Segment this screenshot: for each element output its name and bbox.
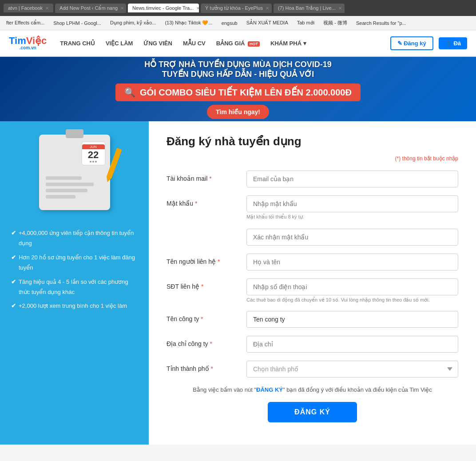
contact-name-field-wrap [246, 254, 458, 270]
main-content: JUN 22 [0, 121, 476, 445]
tab-3-close[interactable]: ✕ [196, 6, 199, 11]
address-row: Địa chỉ công ty * [167, 336, 458, 353]
address-label: Địa chỉ công ty * [167, 336, 238, 347]
tab-4[interactable]: Ý tưởng từ khóa - EyePlus ✕ [201, 4, 272, 13]
company-name-input[interactable] [246, 311, 458, 328]
features-list: ✔ +4,000,000 ứng viên tiếp cận thông tin… [11, 228, 138, 315]
feature-4: ✔ +2,000 lượt xem trung bình cho 1 việc … [11, 301, 138, 311]
phone-hint: Các thuê bao di động đã chuyển về 10 số.… [246, 297, 458, 303]
password-field-wrap: Mật khẩu tối thiểu 8 ký tự. [246, 195, 458, 246]
feature-2: ✔ Hơn 20 hồ sơ ứng tuyển cho 1 việc làm … [11, 252, 138, 273]
checkmark-4: ✔ [11, 301, 16, 311]
logo-text: TimViệc [9, 35, 47, 46]
bookmark-1[interactable]: fter Effects cẩm... [4, 19, 47, 27]
bookmark-3[interactable]: Dụng phim, kỹ xảo... [107, 19, 159, 27]
contact-name-input[interactable] [246, 254, 458, 270]
feature-1: ✔ +4,000,000 ứng viên tiếp cận thông tin… [11, 228, 138, 249]
bookmark-4[interactable]: (13) Nhạc Tiktok 🧡... [162, 19, 215, 27]
tab-2[interactable]: Add New Post ‹ Cẩm nang ✕ [55, 4, 126, 13]
password-input[interactable] [246, 195, 458, 212]
nav-pricing[interactable]: BẢNG GIÁ HOT [216, 40, 260, 47]
promo-banner: HỖ TRỢ NHÀ TUYỂN DỤNG MÙA DỊCH COVID-19 … [0, 57, 476, 121]
password-required: * [195, 200, 197, 207]
address-field-wrap [246, 336, 458, 353]
register-icon: ✎ [397, 40, 402, 47]
phone-row: SĐT liên hệ * Các thuê bao di động đã ch… [167, 278, 458, 303]
password-label: Mật khẩu * [167, 195, 238, 207]
tab-3[interactable]: News.timviec - Google Tra... ✕ [128, 4, 199, 12]
checkmark-2: ✔ [11, 252, 16, 273]
nav-candidates[interactable]: ỨNG VIÊN [143, 40, 172, 47]
tab-1-label: atvn | Facebook [8, 5, 43, 11]
company-required: * [201, 315, 203, 322]
banner-cta: Tìm hiểu ngay! [115, 105, 361, 119]
contact-required: * [218, 258, 220, 265]
email-row: Tài khoản mail * [167, 171, 458, 187]
calendar-icon: JUN 22 [81, 141, 106, 166]
city-row: Tỉnh thành phố * Chọn thành phố Hà Nội H… [167, 361, 458, 378]
banner-offer: 🔍 GÓI COMBO SIÊU TIẾT KIỆM LÊN ĐẾN 2.000… [115, 83, 361, 101]
bookmark-6[interactable]: SẢN XUẤT MEDIA [244, 19, 291, 27]
required-note-text: thông tin bắt buộc nhập [402, 155, 458, 162]
required-star-note: (*) [395, 155, 401, 162]
nav-home[interactable]: TRANG CHỦ [60, 40, 95, 47]
tab-2-close[interactable]: ✕ [120, 6, 124, 11]
bookmark-7[interactable]: Tab mới [294, 19, 317, 27]
password-row: Mật khẩu * Mật khẩu tối thiểu 8 ký tự. [167, 195, 458, 246]
contact-name-label: Tên người liên hệ * [167, 254, 238, 265]
bookmark-9[interactable]: Search Results for "p... [353, 20, 409, 27]
left-panel: JUN 22 [0, 121, 149, 445]
email-field-wrap [246, 171, 458, 187]
phone-label: SĐT liên hệ * [167, 278, 238, 290]
banner-title-1: HỖ TRỢ NHÀ TUYỂN DỤNG MÙA DỊCH COVID-19 [115, 60, 361, 69]
email-label: Tài khoản mail * [167, 171, 238, 182]
form-title: Đăng ký nhà tuyển dụng [167, 135, 458, 148]
city-field-wrap: Chọn thành phố Hà Nội Hồ Chí Minh Đà Nẵn… [246, 361, 458, 378]
company-name-row: Tên công ty * [167, 311, 458, 328]
city-select[interactable]: Chọn thành phố Hà Nội Hồ Chí Minh Đà Nẵn… [246, 361, 458, 378]
banner-cta-button[interactable]: Tìm hiểu ngay! [207, 105, 269, 119]
nav-jobs[interactable]: VIỆC LÀM [106, 40, 133, 47]
bookmark-5[interactable]: engsub [219, 20, 240, 27]
feature-3: ✔ Tăng hiệu quả 4 - 5 lần so với các phư… [11, 277, 138, 298]
tab-5[interactable]: (7) Hoa Ban Trắng | Live... ✕ [274, 4, 345, 13]
tab-1-close[interactable]: ✕ [45, 6, 49, 11]
tab-4-label: Ý tưởng từ khóa - EyePlus [205, 5, 263, 11]
search-icon: 🔍 [124, 87, 135, 98]
clipboard-image: JUN 22 [39, 135, 110, 210]
banner-title-2: TUYỂN DỤNG HẤP DẪN - HIỆU QUẢ VỚI [115, 69, 361, 79]
email-required: * [209, 175, 211, 182]
login-button[interactable]: 👤 Đă [439, 37, 467, 49]
illustration: JUN 22 [35, 135, 115, 215]
register-button[interactable]: ✎ Đăng ký [390, 36, 433, 50]
clipboard-clip [66, 129, 83, 138]
logo-sub: .com.vn [9, 46, 47, 50]
tab-5-close[interactable]: ✕ [338, 6, 342, 11]
site-logo[interactable]: TimViệc .com.vn [9, 36, 47, 50]
user-icon: 👤 [445, 40, 452, 47]
submit-button[interactable]: ĐĂNG KÝ [268, 402, 357, 422]
submit-wrap: ĐĂNG KÝ [167, 402, 458, 422]
contact-name-row: Tên người liên hệ * [167, 254, 458, 270]
email-input[interactable] [246, 171, 458, 187]
city-required: * [210, 365, 213, 372]
required-note: (*) thông tin bắt buộc nhập [167, 155, 458, 162]
company-name-field-wrap [246, 311, 458, 328]
tab-3-label: News.timviec - Google Tra... [132, 5, 194, 11]
password-hint: Mật khẩu tối thiểu 8 ký tự. [246, 214, 458, 220]
tab-4-close[interactable]: ✕ [266, 6, 269, 11]
bookmarks-bar: fter Effects cẩm... Shop LPHM - Googl...… [0, 16, 476, 30]
main-nav: TRANG CHỦ VIỆC LÀM ỨNG VIÊN MẪU CV BẢNG … [60, 40, 377, 47]
hot-badge: HOT [248, 41, 260, 47]
tab-1[interactable]: atvn | Facebook ✕ [4, 4, 53, 12]
nav-cv[interactable]: MẪU CV [183, 40, 206, 47]
address-input[interactable] [246, 336, 458, 353]
banner-content: HỖ TRỢ NHÀ TUYỂN DỤNG MÙA DỊCH COVID-19 … [115, 60, 361, 119]
confirm-password-input[interactable] [246, 229, 458, 246]
bookmark-8[interactable]: 视频 - 微博 [321, 19, 350, 27]
tab-5-label: (7) Hoa Ban Trắng | Live... [278, 5, 336, 11]
bookmark-2[interactable]: Shop LPHM - Googl... [51, 20, 104, 27]
phone-input[interactable] [246, 278, 458, 295]
pencil-icon [106, 148, 122, 179]
nav-explore[interactable]: KHÁM PHÁ ▾ [270, 40, 306, 47]
